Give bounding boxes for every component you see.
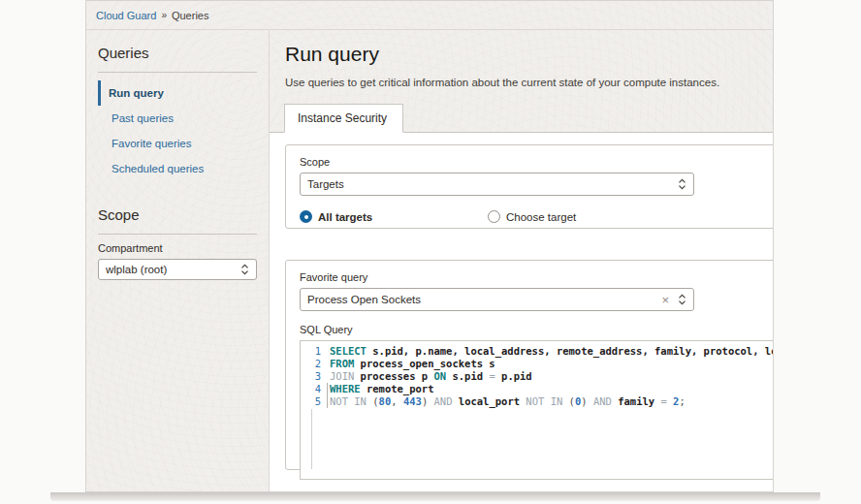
- chevron-updown-icon: [240, 264, 249, 275]
- window-bottom-shadow: [50, 492, 820, 501]
- chevron-updown-icon: [678, 294, 686, 305]
- code-text: JOIN processes p ON s.pid = p.pid: [330, 370, 532, 383]
- code-text: WHERE remote_port: [330, 383, 433, 395]
- sidebar-queries-heading: Queries: [98, 45, 257, 61]
- queries-nav: Run query Past queries Favorite queries …: [98, 80, 257, 181]
- compartment-label: Compartment: [98, 242, 257, 254]
- sidebar-item-favorite-queries[interactable]: Favorite queries: [98, 131, 257, 156]
- page-subtitle: Use queries to get critical information …: [285, 77, 757, 88]
- line-number: 5: [301, 395, 330, 408]
- radio-selected-icon: [300, 210, 312, 223]
- favorite-query-panel: Favorite query Process Open Sockets × SQ…: [285, 260, 774, 470]
- code-text: NOT IN (80, 443) AND local_port NOT IN (…: [330, 395, 686, 408]
- sql-query-label: SQL Query: [300, 324, 774, 335]
- radio-all-targets-label: All targets: [318, 211, 372, 223]
- chevron-updown-icon: [678, 178, 686, 190]
- favorite-query-value: Process Open Sockets: [307, 294, 421, 305]
- scope-label: Scope: [300, 156, 774, 168]
- clear-selection-icon[interactable]: ×: [661, 294, 669, 306]
- sidebar-scope-heading: Scope: [98, 206, 257, 223]
- code-line: 1SELECT s.pid, p.name, local_address, re…: [301, 345, 774, 358]
- tab-content-panel: Scope Targets All targets: [270, 132, 773, 492]
- code-text: FROM process_open_sockets s: [330, 358, 495, 370]
- targets-select[interactable]: Targets: [300, 173, 694, 196]
- line-number: 1: [301, 345, 330, 358]
- tab-strip: Instance Security: [270, 104, 773, 133]
- sql-editor[interactable]: 1SELECT s.pid, p.name, local_address, re…: [300, 340, 774, 480]
- cloud-guard-window: Cloud Guard » Queries Queries Run query …: [85, 0, 774, 492]
- sidebar-item-past-queries[interactable]: Past queries: [98, 106, 257, 131]
- target-radio-group: All targets Choose target: [300, 210, 774, 223]
- favorite-query-label: Favorite query: [300, 271, 774, 283]
- code-line: 4WHERE remote_port: [301, 383, 774, 395]
- targets-select-value: Targets: [307, 178, 344, 190]
- editor-guide-line: [311, 409, 312, 469]
- radio-all-targets[interactable]: All targets: [300, 210, 488, 223]
- scope-panel: Scope Targets All targets: [285, 144, 774, 229]
- breadcrumb-link-cloud-guard[interactable]: Cloud Guard: [96, 10, 156, 21]
- sidebar-item-scheduled-queries[interactable]: Scheduled queries: [98, 156, 257, 181]
- line-number: 3: [301, 370, 330, 383]
- favorite-query-combobox[interactable]: Process Open Sockets ×: [300, 288, 694, 311]
- breadcrumb-current: Queries: [172, 10, 209, 21]
- radio-unselected-icon: [488, 210, 500, 223]
- sidebar-item-run-query[interactable]: Run query: [98, 80, 257, 106]
- compartment-select[interactable]: wlplab (root): [98, 259, 257, 280]
- sidebar-divider: [98, 72, 257, 73]
- line-number: 4: [301, 383, 330, 395]
- radio-choose-target[interactable]: Choose target: [488, 210, 576, 223]
- code-line: 5NOT IN (80, 443) AND local_port NOT IN …: [301, 395, 774, 408]
- sql-editor-lines: 1SELECT s.pid, p.name, local_address, re…: [301, 345, 774, 408]
- breadcrumb-separator-icon: »: [161, 10, 167, 20]
- page-title: Run query: [285, 43, 757, 66]
- radio-choose-target-label: Choose target: [506, 211, 576, 223]
- sidebar: Queries Run query Past queries Favorite …: [86, 30, 270, 491]
- line-number: 2: [301, 358, 330, 370]
- sidebar-divider: [98, 234, 257, 235]
- page-background: Cloud Guard » Queries Queries Run query …: [0, 0, 861, 504]
- code-text: SELECT s.pid, p.name, local_address, rem…: [330, 345, 774, 358]
- breadcrumb: Cloud Guard » Queries: [86, 1, 773, 30]
- tab-instance-security[interactable]: Instance Security: [284, 104, 403, 133]
- main-content: Run query Use queries to get critical in…: [270, 30, 773, 491]
- compartment-select-value: wlplab (root): [106, 264, 167, 275]
- code-line: 3JOIN processes p ON s.pid = p.pid: [301, 370, 774, 383]
- code-line: 2FROM process_open_sockets s: [301, 358, 774, 370]
